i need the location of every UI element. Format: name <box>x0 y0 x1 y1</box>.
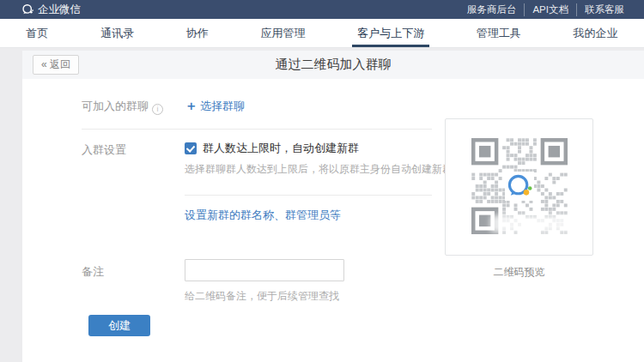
page-title: 通过二维码加入群聊 <box>22 57 644 73</box>
nav-item-my-enterprise[interactable]: 我的企业 <box>568 19 623 47</box>
content-card: « 返回 通过二维码加入群聊 可加入的群聊i ＋选择群聊 入群设置 群人数达上限… <box>22 51 644 362</box>
auto-create-checkbox-label[interactable]: 群人数达上限时，自动创建新群 <box>203 141 359 156</box>
join-settings-label: 入群设置 <box>82 142 126 158</box>
nav-item-collaboration[interactable]: 协作 <box>181 19 214 47</box>
qr-watermark-blur <box>490 215 574 232</box>
app-logo[interactable]: 企业微信 <box>21 3 81 17</box>
qr-preview-caption: 二维码预览 <box>445 265 593 280</box>
info-icon[interactable]: i <box>152 104 163 115</box>
topbar: 企业微信 服务商后台 API文档 联系客服 <box>0 0 644 19</box>
divider <box>82 129 432 130</box>
auto-create-checkbox[interactable] <box>185 142 197 154</box>
topbar-link-service-provider[interactable]: 服务商后台 <box>459 3 525 16</box>
back-button[interactable]: « 返回 <box>33 55 79 74</box>
card-header: « 返回 通过二维码加入群聊 <box>22 51 644 79</box>
nav-item-customers[interactable]: 客户与上下游 <box>352 19 429 47</box>
nav-item-home[interactable]: 首页 <box>21 19 53 47</box>
qr-code <box>471 138 568 234</box>
remark-hint: 给二维码备注，便于后续管理查找 <box>185 289 339 304</box>
nav-item-app-management[interactable]: 应用管理 <box>255 19 310 47</box>
topbar-link-contact-support[interactable]: 联系客服 <box>576 3 632 16</box>
auto-create-group-option[interactable]: 群人数达上限时，自动创建新群 <box>185 141 359 156</box>
remark-label: 备注 <box>82 264 104 280</box>
new-group-settings-link[interactable]: 设置新群的群名称、群管理员等 <box>185 208 341 223</box>
page-background: « 返回 通过二维码加入群聊 可加入的群聊i ＋选择群聊 入群设置 群人数达上限… <box>0 49 644 362</box>
auto-create-hint: 选择群聊群人数达到上限后，将以原群主身份自动创建新群 <box>185 162 453 177</box>
plus-icon: ＋ <box>185 98 197 112</box>
main-nav: 首页 通讯录 协作 应用管理 客户与上下游 管理工具 我的企业 <box>0 19 644 48</box>
topbar-links: 服务商后台 API文档 联系客服 <box>459 3 632 16</box>
create-button[interactable]: 创建 <box>88 315 150 336</box>
remark-input[interactable] <box>185 259 344 281</box>
card-body: 可加入的群聊i ＋选择群聊 入群设置 群人数达上限时，自动创建新群 选择群聊群人… <box>22 81 644 362</box>
qr-preview-panel <box>445 118 593 256</box>
divider <box>185 195 432 196</box>
nav-item-management-tools[interactable]: 管理工具 <box>471 19 526 47</box>
joinable-group-label: 可加入的群聊i <box>82 99 163 115</box>
nav-item-contacts[interactable]: 通讯录 <box>95 19 139 47</box>
app-logo-text: 企业微信 <box>38 3 81 17</box>
wecom-qr-logo-icon <box>505 172 534 201</box>
select-group-link[interactable]: ＋选择群聊 <box>185 98 245 114</box>
topbar-link-api-docs[interactable]: API文档 <box>524 3 576 16</box>
wecom-logo-icon <box>21 3 33 15</box>
